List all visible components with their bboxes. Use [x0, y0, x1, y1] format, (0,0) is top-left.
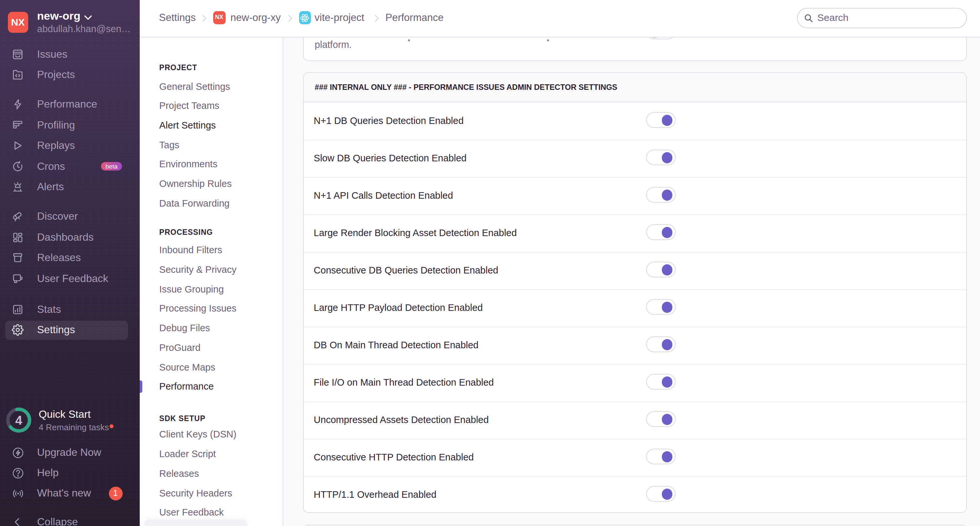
svg-text:4: 4	[15, 413, 22, 427]
